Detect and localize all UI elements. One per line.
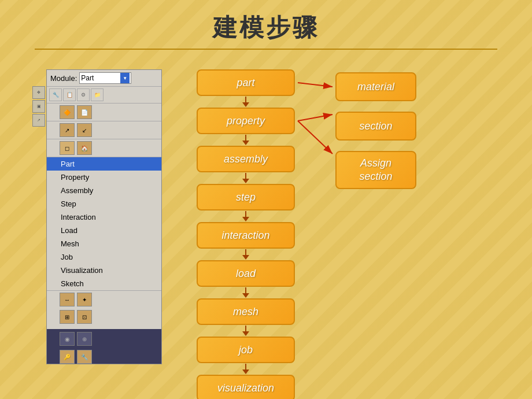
menu-item-load[interactable]: Load	[47, 224, 161, 237]
svg-line-2	[298, 114, 332, 121]
bottom-icon-row-1: ↔ ✦	[47, 290, 161, 308]
connector-6	[242, 287, 249, 298]
connector-8	[242, 363, 249, 375]
side-icons: ✥ ▣ ↗	[32, 86, 47, 127]
module-header: Module: Part ▼	[47, 70, 161, 87]
svg-line-1	[298, 83, 332, 87]
flow-box-visualization[interactable]: visualization	[197, 375, 295, 399]
toolbar-icon-2[interactable]: 📋	[63, 88, 76, 101]
bottom-icon-row-2: ⊞ ⊡	[47, 308, 161, 326]
right-box-material: material	[335, 72, 416, 101]
svg-line-3	[298, 121, 332, 154]
dark-panel: ◉ ⊕ 🔑 🔧	[47, 329, 161, 364]
side-icon-2[interactable]: ▣	[32, 100, 45, 113]
dark-icon-row-2: 🔑 🔧	[47, 348, 161, 366]
menu-item-part[interactable]: Part	[47, 157, 161, 171]
bottom-icon-1[interactable]: ↔	[60, 293, 75, 306]
icon-row2-1[interactable]: ↗	[60, 123, 75, 137]
flow-box-load[interactable]: load	[197, 260, 295, 287]
toolbar-icon-1[interactable]: 🔧	[49, 88, 62, 101]
toolbar-icon-4[interactable]: 📁	[91, 88, 104, 101]
side-icon-1[interactable]: ✥	[32, 86, 45, 99]
dark-icon-2[interactable]: ⊕	[77, 332, 92, 346]
bottom-icon-4[interactable]: ⊡	[77, 310, 92, 324]
right-boxes: material section Assign section	[335, 72, 416, 189]
menu-item-assembly[interactable]: Assembly	[47, 184, 161, 197]
icon-row-2: ↗ ↙	[47, 121, 161, 139]
connector-2	[242, 134, 249, 146]
dark-icon-row-1: ◉ ⊕	[47, 329, 161, 348]
connector-5	[242, 249, 249, 260]
toolbar: 🔧 📋 ⚙ 📁	[47, 87, 161, 104]
toolbar-icon-3[interactable]: ⚙	[77, 88, 90, 101]
flow-box-part[interactable]: part	[197, 69, 295, 96]
menu-item-property[interactable]: Property	[47, 171, 161, 184]
icon-row-1: 🔶 📄	[47, 104, 161, 121]
dark-icon-3[interactable]: 🔑	[60, 350, 75, 364]
flow-box-mesh[interactable]: mesh	[197, 298, 295, 325]
connector-3	[242, 172, 249, 184]
flow-box-interaction[interactable]: interaction	[197, 222, 295, 249]
dark-icon-1[interactable]: ◉	[60, 332, 75, 346]
menu-item-job[interactable]: Job	[47, 250, 161, 264]
page-title: 建模步骤	[0, 0, 532, 50]
menu-item-mesh[interactable]: Mesh	[47, 237, 161, 250]
bottom-icon-2[interactable]: ✦	[77, 293, 92, 306]
right-box-section: section	[335, 112, 416, 141]
module-panel: ✥ ▣ ↗ Module: Part ▼ 🔧 📋 ⚙ 📁 🔶 📄 ↗ ↙	[46, 69, 162, 364]
dropdown-arrow-icon[interactable]: ▼	[120, 73, 130, 83]
menu-item-sketch[interactable]: Sketch	[47, 277, 161, 290]
connector-1	[242, 96, 249, 108]
flow-box-assembly[interactable]: assembly	[197, 146, 295, 172]
connector-4	[242, 210, 249, 222]
flow-box-property[interactable]: property	[197, 108, 295, 134]
module-dropdown[interactable]: Part ▼	[79, 72, 131, 84]
connector-7	[242, 325, 249, 337]
right-box-assign-section: Assign section	[335, 151, 416, 189]
icon-part-2[interactable]: 📄	[77, 105, 92, 119]
menu-item-visualization[interactable]: Visualization	[47, 264, 161, 277]
flow-box-step[interactable]: step	[197, 184, 295, 210]
menu-item-step[interactable]: Step	[47, 197, 161, 210]
menu-list: Part Property Assembly Step Interaction …	[47, 157, 161, 290]
icon-row3-1[interactable]: ◻	[60, 141, 75, 155]
menu-item-interaction[interactable]: Interaction	[47, 210, 161, 224]
flow-column: part property assembly step interaction …	[197, 69, 295, 399]
icon-row2-2[interactable]: ↙	[77, 123, 92, 137]
dark-icon-4[interactable]: 🔧	[77, 350, 92, 364]
bottom-icon-3[interactable]: ⊞	[60, 310, 75, 324]
icon-row-3: ◻ 🏠	[47, 139, 161, 157]
side-icon-3[interactable]: ↗	[32, 114, 45, 127]
flow-box-job[interactable]: job	[197, 337, 295, 363]
icon-part-1[interactable]: 🔶	[60, 105, 75, 119]
dropdown-value: Part	[81, 74, 94, 82]
icon-row3-2[interactable]: 🏠	[77, 141, 92, 155]
module-label: Module:	[50, 74, 77, 83]
